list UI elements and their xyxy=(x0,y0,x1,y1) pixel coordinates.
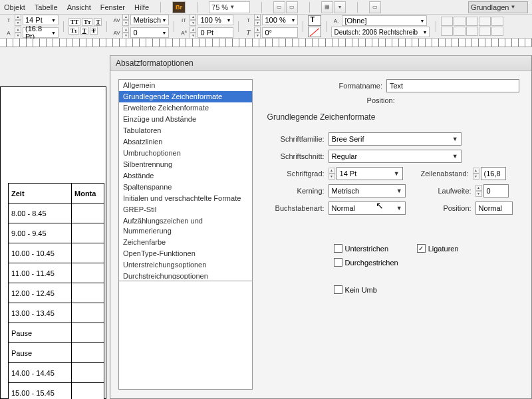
smallcaps-icon[interactable]: Tт xyxy=(82,18,92,26)
table-cell[interactable] xyxy=(72,363,104,383)
laufweite-spinner[interactable]: ▲▼ xyxy=(475,185,482,197)
category-item[interactable]: Allgemein xyxy=(119,80,252,91)
skew-input[interactable]: 0° xyxy=(262,27,298,38)
zeilenabstand-spinner[interactable]: ▲▼ xyxy=(473,168,479,180)
allcaps-icon[interactable]: TT xyxy=(68,18,80,26)
category-item[interactable]: Initialen und verschachtelte Formate xyxy=(119,193,252,204)
category-item[interactable]: Grundlegende Zeichenformate xyxy=(119,91,252,102)
justify-right-icon[interactable] xyxy=(454,27,466,36)
durchgestrichen-checkbox[interactable]: Durchgestrichen xyxy=(334,258,398,267)
schriftgrad-spinner[interactable]: ▲▼ xyxy=(329,168,335,180)
category-item[interactable]: Umbruchoptionen xyxy=(119,148,252,159)
table-cell[interactable]: 9.00 - 9.45 xyxy=(9,223,72,243)
table-cell[interactable]: 13.00 - 13.45 xyxy=(9,303,72,323)
category-item[interactable]: Tabulatoren xyxy=(119,125,252,136)
table-cell[interactable] xyxy=(72,283,104,303)
category-item[interactable]: Erweiterte Zeichenformate xyxy=(119,102,252,114)
menu-fenster[interactable]: Fenster xyxy=(100,3,125,11)
table-cell[interactable] xyxy=(72,263,104,283)
schriftschnitt-combo[interactable]: Regular▼ xyxy=(329,150,462,163)
category-item[interactable]: Durchstreichungsoptionen xyxy=(119,271,252,279)
arrange-icon[interactable]: ▦ xyxy=(321,1,333,13)
fill-swatch-icon[interactable]: T xyxy=(308,15,321,26)
table-cell[interactable]: 11.00 - 11.45 xyxy=(9,263,72,283)
kerning-dropdown[interactable]: Metrisch▼ xyxy=(130,15,169,25)
skew-spinner[interactable]: ▲▼ xyxy=(254,27,261,39)
font-size-spinner[interactable]: ▲▼ xyxy=(15,14,21,26)
subscript-icon[interactable]: T₁ xyxy=(68,27,79,35)
table-cell[interactable]: Pause xyxy=(9,343,72,363)
align-left-icon[interactable] xyxy=(441,17,453,26)
leading-spinner[interactable]: ▲▼ xyxy=(15,27,21,39)
table-cell[interactable] xyxy=(72,383,104,400)
kein-umbruch-checkbox[interactable]: Kein Umb xyxy=(334,285,377,294)
table-cell[interactable]: Pause xyxy=(9,323,72,343)
category-item[interactable]: Absatzlinien xyxy=(119,136,252,148)
table-cell[interactable] xyxy=(72,203,104,223)
category-item[interactable]: Aufzählungszeichen und Nummerierung xyxy=(119,215,252,237)
category-item[interactable]: OpenType-Funktionen xyxy=(119,248,252,259)
schriftfamilie-combo[interactable]: Bree Serif▼ xyxy=(329,132,462,146)
font-size-input[interactable]: 14 Pt▼ xyxy=(23,15,59,25)
bridge-icon[interactable]: Br xyxy=(172,1,186,13)
justify-center-icon[interactable] xyxy=(441,27,453,36)
category-item[interactable]: Silbentrennung xyxy=(119,159,252,170)
category-item[interactable]: Spaltenspanne xyxy=(119,182,252,193)
zoom-dropdown[interactable]: 75 %▼ xyxy=(209,1,250,13)
kerning-spinner[interactable]: ▲▼ xyxy=(122,14,129,26)
schriftgrad-combo[interactable]: 14 Pt▼ xyxy=(336,167,403,180)
category-list[interactable]: AllgemeinGrundlegende ZeichenformateErwe… xyxy=(118,79,253,390)
category-item[interactable]: Unterstreichungsoptionen xyxy=(119,259,252,271)
tracking-input[interactable]: 0▼ xyxy=(130,27,169,38)
category-item[interactable]: Zeichenfarbe xyxy=(119,237,252,248)
align-away-icon[interactable] xyxy=(479,27,491,36)
formatname-field[interactable]: Text xyxy=(386,79,519,92)
align-center-icon[interactable] xyxy=(454,17,466,26)
baseline-input[interactable]: 0 Pt xyxy=(198,27,233,38)
table-cell[interactable]: 15.00 - 15.45 xyxy=(9,383,72,400)
menu-tabelle[interactable]: Tabelle xyxy=(35,3,58,11)
schedule-table[interactable]: ZeitMonta 8.00 - 8.45 9.00 - 9.45 10.00 … xyxy=(8,183,104,399)
vscale-input[interactable]: 100 %▼ xyxy=(198,15,233,25)
justify-left-icon[interactable] xyxy=(479,17,491,26)
category-item[interactable]: Einzüge und Abstände xyxy=(119,114,252,125)
screen-mode-icon[interactable]: ▭ xyxy=(369,1,381,13)
buchstabenart-combo[interactable]: Normal▼ xyxy=(329,201,406,215)
baseline-spinner[interactable]: ▲▼ xyxy=(190,27,196,39)
workspace-dropdown[interactable]: Grundlagen▼ xyxy=(468,1,528,13)
menu-ansicht[interactable]: Ansicht xyxy=(67,3,91,11)
hscale-input[interactable]: 100 %▼ xyxy=(262,15,298,25)
view-mode-icon[interactable]: ▭ xyxy=(273,1,285,13)
tracking-spinner[interactable]: ▲▼ xyxy=(122,27,129,39)
horizontal-ruler[interactable] xyxy=(0,39,532,47)
position-combo[interactable]: Normal xyxy=(475,201,513,215)
align-toward-icon[interactable] xyxy=(466,27,478,36)
menu-objekt[interactable]: Objekt xyxy=(4,3,25,11)
leading-input[interactable]: (16.8 Pt)▼ xyxy=(23,27,59,38)
category-item[interactable]: GREP-Stil xyxy=(119,204,252,215)
kerning-combo[interactable]: Metrisch▼ xyxy=(329,184,406,198)
table-cell[interactable] xyxy=(72,323,104,343)
ligaturen-checkbox[interactable]: ✓Ligaturen xyxy=(417,244,459,253)
strikethrough-icon[interactable]: T xyxy=(90,27,98,35)
table-cell[interactable]: 10.00 - 10.45 xyxy=(9,243,72,263)
arrange-dropdown-icon[interactable]: ▾ xyxy=(334,1,346,13)
language-dropdown[interactable]: Deutsch: 2006 Rechtschreib▼ xyxy=(331,27,430,37)
charstyle-dropdown[interactable]: [Ohne]▼ xyxy=(342,15,427,26)
laufweite-field[interactable]: 0 xyxy=(483,184,509,198)
justify-full-icon[interactable] xyxy=(491,27,503,36)
table-cell[interactable] xyxy=(72,223,104,243)
zeilenabstand-field[interactable]: (16,8 xyxy=(481,167,506,180)
table-cell[interactable] xyxy=(72,343,104,363)
category-item[interactable]: Abstände xyxy=(119,170,252,182)
justify-all-icon[interactable] xyxy=(491,17,503,26)
table-cell[interactable]: 12.00 - 12.45 xyxy=(9,283,72,303)
table-cell[interactable]: 8.00 - 8.45 xyxy=(9,203,72,223)
table-cell[interactable]: 14.00 - 14.45 xyxy=(9,363,72,383)
align-right-icon[interactable] xyxy=(466,17,478,26)
menu-hilfe[interactable]: Hilfe xyxy=(134,3,149,11)
table-cell[interactable] xyxy=(72,303,104,323)
unterstrichen-checkbox[interactable]: Unterstrichen xyxy=(334,244,398,253)
hscale-spinner[interactable]: ▲▼ xyxy=(254,14,261,26)
table-cell[interactable] xyxy=(72,243,104,263)
